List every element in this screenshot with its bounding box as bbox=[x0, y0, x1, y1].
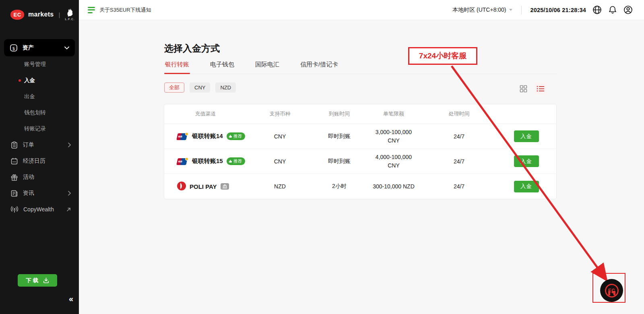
recommended-badge: 推荐 bbox=[227, 132, 245, 140]
deposit-method-tabs: 银行转账 电子钱包 国际电汇 信用卡/借记卡 bbox=[164, 57, 557, 74]
filter-all[interactable]: 全部 bbox=[164, 83, 184, 93]
channel-name: 银联转账15 bbox=[192, 157, 223, 165]
sidebar-item-deposit[interactable]: 入金 bbox=[0, 72, 79, 89]
svg-text:$: $ bbox=[12, 45, 15, 51]
wallet-dollar-icon: $ bbox=[10, 44, 18, 52]
limit: 3,000-100,000CNY bbox=[365, 128, 422, 145]
channel-name: POLI PAY bbox=[190, 183, 217, 190]
user-account-icon[interactable] bbox=[623, 5, 633, 14]
grid-view-icon[interactable] bbox=[517, 83, 529, 95]
thumbs-up-icon bbox=[229, 134, 232, 138]
tab-e-wallet[interactable]: 电子钱包 bbox=[209, 57, 235, 74]
deposit-button[interactable]: 入金 bbox=[514, 130, 539, 142]
clipboard-icon bbox=[10, 141, 18, 149]
sidebar-item-wallet-transfer[interactable]: 钱包划转 bbox=[0, 105, 79, 121]
sidebar-item-account-management[interactable]: 账号管理 bbox=[0, 56, 79, 72]
processing-time: 24/7 bbox=[422, 183, 496, 190]
groupitem-label: 活动 bbox=[23, 174, 71, 181]
notice-banner[interactable]: 关于S35EUR下线通知 bbox=[88, 6, 151, 14]
broadcast-icon bbox=[10, 206, 19, 213]
currency-filters: 全部 CNY NZD bbox=[164, 83, 236, 93]
bank-badge bbox=[221, 183, 229, 190]
brand-logo: EC markets | L.F.C. bbox=[0, 0, 79, 23]
groupitem-label: 经济日历 bbox=[23, 157, 71, 165]
poli-pay-icon bbox=[177, 182, 186, 192]
table-row: 银联 银联转账14 推荐 CNY 即时到账 3,000-100,000CNY 2… bbox=[164, 124, 556, 149]
language-globe-icon[interactable] bbox=[592, 5, 602, 14]
deposit-button[interactable]: 入金 bbox=[514, 155, 539, 167]
topbar: 关于S35EUR下线通知 本地时区 (UTC+8:00) 2025/10/06 … bbox=[79, 0, 644, 20]
subitem-label: 钱包划转 bbox=[24, 109, 46, 116]
supported-currency: NZD bbox=[247, 183, 313, 190]
badge-label: 推荐 bbox=[233, 158, 242, 164]
tab-bank-transfer[interactable]: 银行转账 bbox=[164, 57, 190, 74]
news-icon bbox=[10, 190, 18, 197]
topbar-right: 本地时区 (UTC+8:00) 2025/10/06 21:28:34 bbox=[452, 5, 644, 14]
channel-name: 银联转账14 bbox=[192, 132, 223, 140]
sidebar-subnav: 账号管理 入金 出金 钱包划转 转账记录 bbox=[0, 56, 79, 137]
sidebar-item-copywealth[interactable]: CopyWealth bbox=[0, 201, 79, 217]
subitem-label: 账号管理 bbox=[24, 61, 46, 68]
annotation-box: 7x24小时客服 bbox=[408, 47, 477, 65]
sidebar-collapse-button[interactable]: « bbox=[69, 294, 72, 304]
timezone-selector[interactable]: 本地时区 (UTC+8:00) bbox=[452, 6, 512, 14]
supported-currency: CNY bbox=[247, 158, 313, 165]
chevron-right-icon bbox=[68, 143, 71, 147]
ec-headset-icon: EC bbox=[605, 284, 619, 297]
announcement-menu-icon bbox=[88, 7, 95, 13]
deposit-button[interactable]: 入金 bbox=[514, 181, 539, 192]
caret-down-icon bbox=[509, 9, 512, 11]
groupitem-label: 资讯 bbox=[23, 190, 68, 197]
supported-currency: CNY bbox=[247, 133, 313, 140]
col-header-channel: 充值渠道 bbox=[164, 110, 247, 118]
sidebar-item-promotions[interactable]: 活动 bbox=[0, 169, 79, 185]
sidebar-group-label: 资产 bbox=[23, 44, 64, 52]
sidebar-group-assets[interactable]: $ 资产 bbox=[4, 39, 75, 56]
download-button[interactable]: 下载 bbox=[18, 274, 57, 287]
col-header-arrival-time: 到账时间 bbox=[313, 110, 365, 118]
notification-bell-icon[interactable] bbox=[608, 5, 617, 14]
sidebar-item-transfer-history[interactable]: 转账记录 bbox=[0, 121, 79, 137]
lfc-label: L.F.C. bbox=[65, 18, 74, 21]
processing-time: 24/7 bbox=[422, 158, 496, 165]
calendar-icon bbox=[10, 157, 18, 165]
chevron-right-icon bbox=[68, 191, 71, 196]
divider bbox=[521, 6, 522, 14]
list-view-icon[interactable] bbox=[535, 83, 547, 95]
tab-international-wire[interactable]: 国际电汇 bbox=[254, 57, 280, 74]
liver-bird-icon bbox=[66, 8, 74, 17]
thumbs-up-icon bbox=[229, 159, 232, 163]
arrival-time: 即时到账 bbox=[313, 133, 365, 140]
download-icon bbox=[43, 277, 49, 283]
col-header-limit: 单笔限额 bbox=[365, 110, 422, 118]
unionpay-icon: 银联 bbox=[177, 132, 188, 140]
arrival-time: 即时到账 bbox=[313, 158, 365, 165]
tab-credit-debit-card[interactable]: 信用卡/借记卡 bbox=[299, 57, 339, 74]
datetime-display: 2025/10/06 21:28:34 bbox=[530, 7, 586, 13]
filter-cny[interactable]: CNY bbox=[190, 83, 210, 93]
sidebar-item-withdraw[interactable]: 出金 bbox=[0, 89, 79, 105]
annotation-label: 7x24小时客服 bbox=[419, 51, 466, 61]
sidebar-item-economic-calendar[interactable]: 经济日历 bbox=[0, 153, 79, 169]
col-header-currency: 支持币种 bbox=[247, 110, 313, 118]
limit-amount: 4,000-100,000 bbox=[365, 153, 422, 161]
sidebar: EC markets | L.F.C. $ 资产 账号管理 入金 出金 钱包划转… bbox=[0, 0, 79, 314]
table-row: POLI PAY NZD 2小时 300-10,000 NZD 24/7 入金 bbox=[164, 174, 556, 199]
table-row: 银联 银联转账15 推荐 CNY 即时到账 4,000-100,000CNY 2… bbox=[164, 149, 556, 174]
subitem-label: 入金 bbox=[24, 77, 35, 84]
customer-service-button[interactable]: EC bbox=[600, 279, 623, 302]
bank-icon bbox=[223, 184, 227, 188]
groupitem-label: CopyWealth bbox=[23, 206, 66, 213]
limit-currency: CNY bbox=[365, 161, 422, 170]
chevron-down-icon bbox=[64, 46, 69, 50]
ec-logo: EC bbox=[10, 10, 24, 20]
download-label: 下载 bbox=[26, 277, 40, 284]
sidebar-item-news[interactable]: 资讯 bbox=[0, 185, 79, 201]
active-dot bbox=[19, 79, 21, 82]
limit-amount: 3,000-100,000 bbox=[365, 128, 422, 136]
processing-time: 24/7 bbox=[422, 133, 496, 140]
sidebar-item-orders[interactable]: 订单 bbox=[0, 137, 79, 153]
subitem-label: 转账记录 bbox=[24, 125, 46, 132]
col-header-processing-time: 处理时间 bbox=[422, 110, 496, 118]
filter-nzd[interactable]: NZD bbox=[215, 83, 236, 93]
